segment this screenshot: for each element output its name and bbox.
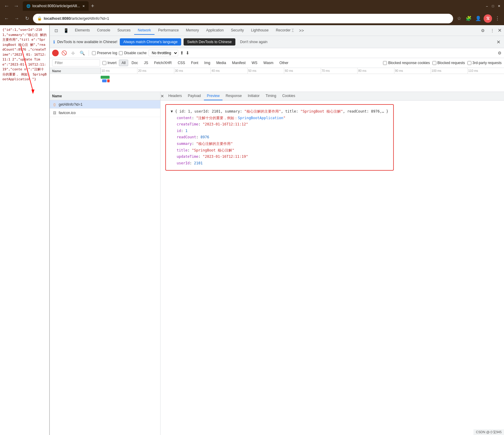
filter-ws[interactable]: WS (249, 60, 260, 66)
switch-chinese-button[interactable]: Switch DevTools to Chinese (184, 38, 235, 46)
detail-close-button[interactable]: ✕ (161, 94, 164, 98)
json-field-readCount: readCount: 8976 (177, 134, 388, 141)
request-item-favicon[interactable]: 🖼 favicon.ico (50, 109, 160, 117)
new-tab-button[interactable]: + (89, 3, 97, 9)
filter-js[interactable]: JS (141, 60, 151, 66)
ruler-100ms: 100 ms (431, 68, 467, 74)
filter-font[interactable]: Font (188, 60, 201, 66)
filter-wasm[interactable]: Wasm (261, 60, 276, 66)
detail-tab-response[interactable]: Response (223, 92, 245, 100)
json-field-userId: userId: 2101 (177, 160, 388, 167)
reload-button[interactable]: ↻ (23, 14, 31, 23)
blocked-requests-label[interactable]: Blocked requests (432, 61, 465, 65)
blocked-cookies-label[interactable]: Blocked response cookies (383, 61, 430, 65)
preserve-log-label[interactable]: Preserve log (92, 51, 117, 55)
tab-console[interactable]: Console (93, 26, 114, 35)
network-toolbar: 🚫 ⊹ 🔍 Preserve log Disable cache No thro… (50, 48, 504, 58)
tab-application[interactable]: Application (202, 26, 227, 35)
json-field-summary: summary: "核心注解的主要作用" (177, 141, 388, 147)
back-nav-button[interactable]: ← (2, 14, 11, 23)
restore-button[interactable]: □ (490, 3, 496, 9)
tab-performance[interactable]: Performance (155, 26, 182, 35)
menu-button[interactable]: ⋮ (493, 14, 502, 23)
tab-close-button[interactable]: ✕ (82, 4, 85, 8)
tab-sources[interactable]: Sources (114, 26, 134, 35)
detail-tab-timing[interactable]: Timing (263, 92, 279, 100)
address-text: localhost:8080/article/getAllInfo?id=1 (44, 16, 109, 21)
throttle-select[interactable]: No throttling (149, 50, 178, 56)
tab-recorder[interactable]: Recorder ⌶ (272, 26, 297, 35)
detail-tab-headers[interactable]: Headers (165, 92, 185, 100)
timeline-name-header: Name (50, 68, 101, 74)
tab-elements[interactable]: Elements (71, 26, 93, 35)
lock-icon: 🔒 (37, 16, 42, 21)
filter-all[interactable]: All (119, 60, 128, 66)
name-column-header: Name (52, 94, 62, 98)
detail-tab-payload[interactable]: Payload (185, 92, 204, 100)
more-options-button[interactable]: ⋮ (488, 26, 497, 35)
json-field-title: title: "SpringBoot 核心注解" (177, 147, 388, 154)
filter-media[interactable]: Media (214, 60, 229, 66)
network-settings-button[interactable]: ⚙ (498, 51, 502, 55)
filter-doc[interactable]: Doc (129, 60, 140, 66)
detail-tab-initiator[interactable]: Initiator (245, 92, 262, 100)
back-button[interactable]: ← (2, 2, 11, 10)
json-summary-text: id: 1, userId: 2101, summary: "核心注解的主要作用… (179, 109, 384, 113)
filter-css[interactable]: CSS (175, 60, 188, 66)
svg-marker-1 (31, 90, 34, 94)
minimize-button[interactable]: – (484, 3, 490, 9)
blocked-cookies-checkbox[interactable] (383, 61, 387, 65)
avatar-button[interactable]: 宝 (484, 14, 492, 23)
tab-lighthouse[interactable]: Lighthouse (247, 26, 272, 35)
tab-network[interactable]: Network (134, 26, 155, 35)
json-expand-arrow[interactable]: ▼ (171, 109, 173, 113)
preserve-log-checkbox[interactable] (92, 51, 96, 55)
filter-fetch-xhr[interactable]: Fetch/XHR (152, 60, 175, 66)
close-button[interactable]: ✕ (496, 3, 502, 9)
disable-cache-label[interactable]: Disable cache (119, 51, 146, 55)
disable-cache-checkbox[interactable] (119, 51, 123, 55)
forward-nav-button[interactable]: → (13, 14, 21, 23)
tab-security[interactable]: Security (227, 26, 247, 35)
record-button[interactable] (52, 50, 59, 56)
clear-button[interactable]: 🚫 (60, 49, 68, 57)
cursor-tool-button[interactable]: ⊡ (52, 26, 60, 35)
match-language-button[interactable]: Always match Chrome's language (120, 38, 181, 46)
detail-tab-preview[interactable]: Preview (204, 92, 223, 100)
import-har-button[interactable]: ⬆ (180, 50, 184, 56)
network-panel: Name {} getAllInfo?id=1 🖼 favicon.ico (50, 92, 504, 435)
requests-header: Name (50, 92, 160, 100)
browser-toolbar: ← → ↻ 🔒 localhost:8080/article/getAllInf… (0, 12, 504, 25)
forward-button[interactable]: → (12, 2, 20, 10)
browser-window: ← → 🌐 localhost:8080/article/getAllI... … (0, 0, 504, 435)
filter-input[interactable] (52, 59, 100, 66)
third-party-label[interactable]: 3rd-party requests (467, 61, 502, 65)
tab-memory[interactable]: Memory (182, 26, 202, 35)
ruler-70ms: 70 ms (321, 68, 357, 74)
invert-checkbox[interactable] (102, 61, 106, 65)
tab-favicon: 🌐 (26, 4, 31, 8)
filter-other[interactable]: Other (277, 60, 291, 66)
third-party-checkbox[interactable] (467, 61, 471, 65)
extension-button[interactable]: 🧩 (464, 14, 473, 23)
bookmark-button[interactable]: ☆ (455, 14, 463, 23)
filter-img[interactable]: Img (202, 60, 213, 66)
detail-tab-cookies[interactable]: Cookies (279, 92, 298, 100)
blocked-requests-checkbox[interactable] (432, 61, 436, 65)
filter-manifest[interactable]: Manifest (229, 60, 248, 66)
active-tab[interactable]: 🌐 localhost:8080/article/getAllI... ✕ (23, 1, 89, 11)
address-bar[interactable]: 🔒 localhost:8080/article/getAllInfo?id=1 (33, 14, 453, 23)
dont-show-again-button[interactable]: Don't show again (238, 38, 270, 46)
more-tabs-button[interactable]: >> (297, 26, 306, 35)
search-button[interactable]: 🔍 (78, 49, 86, 57)
notification-close-button[interactable]: ✕ (497, 39, 500, 45)
devtools-close-button[interactable]: ✕ (498, 28, 502, 33)
preview-content: ▼ { id: 1, userId: 2101, summary: "核心注解的… (161, 101, 504, 435)
profile-button[interactable]: 👤 (474, 14, 482, 23)
device-tool-button[interactable]: 📱 (62, 26, 70, 35)
filter-button[interactable]: ⊹ (69, 49, 77, 57)
request-item-getAllInfo[interactable]: {} getAllInfo?id=1 (50, 100, 160, 109)
settings-button[interactable]: ⚙ (479, 26, 487, 35)
export-har-button[interactable]: ⬇ (186, 50, 190, 56)
invert-label[interactable]: Invert (102, 61, 116, 65)
